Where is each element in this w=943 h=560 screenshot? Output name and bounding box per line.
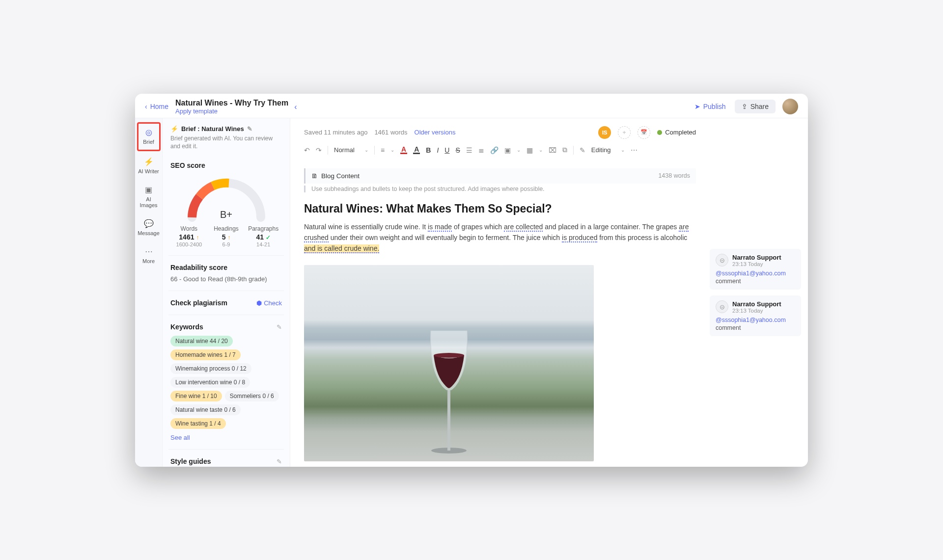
comment-author: Narrato Support [732, 300, 781, 308]
comment-time: 23:13 Today [732, 261, 781, 267]
keyword-chip[interactable]: Fine wine 1 / 10 [170, 391, 222, 401]
keyword-chip[interactable]: Natural wine taste 0 / 6 [170, 404, 241, 415]
share-button[interactable]: ⇪ Share [735, 100, 776, 113]
edit-styleguides-icon[interactable]: ✎ [277, 458, 282, 465]
chat-icon: 💬 [137, 219, 161, 228]
align-button[interactable]: ≡ [381, 146, 385, 154]
topbar: ‹ Home Natural Wines - Why Try Them Appl… [135, 94, 808, 118]
wine-glass-icon [422, 327, 476, 454]
seo-stats: Words 1461 ↑ 1600-2400 Headings 5 ↑ 6-9 … [170, 225, 282, 247]
bolt-icon: ⚡ [137, 157, 161, 166]
check-icon: ✓ [266, 234, 271, 241]
italic-button[interactable]: I [437, 146, 439, 154]
rail-more-label: More [142, 258, 155, 264]
rail-ai-writer[interactable]: ⚡ AI Writer [137, 153, 161, 179]
image-icon: ▣ [137, 185, 161, 194]
stat-words: Words 1461 ↑ 1600-2400 [170, 225, 208, 247]
keyword-chip[interactable]: Homemade wines 1 / 7 [170, 349, 241, 360]
send-icon: ➤ [694, 103, 700, 110]
content-block-title: Blog Content [321, 172, 360, 180]
add-assignee-button[interactable]: + [618, 126, 631, 139]
stat-headings: Headings 5 ↑ 6-9 [208, 225, 245, 247]
mode-select[interactable]: Editing⌄ [591, 146, 625, 154]
highlight-button[interactable]: A [413, 146, 420, 154]
due-date-button[interactable]: 📅 [638, 126, 650, 139]
chevron-down-icon: ⌄ [390, 147, 394, 153]
styleguides-title: Style guides [170, 457, 211, 465]
image-button[interactable]: ▣ [504, 146, 511, 154]
doc-title: Natural Wines - Why Try Them [175, 99, 288, 107]
keyword-chip[interactable]: Winemaking process 0 / 12 [170, 363, 251, 374]
left-rail: ◎ Brief ⚡ AI Writer ▣ AI Images 💬 Messag… [135, 118, 163, 467]
readability-value: 66 - Good to Read (8th-9th grade) [170, 275, 282, 283]
number-list-button[interactable]: ≣ [478, 146, 484, 154]
shield-icon: ⬢ [256, 299, 262, 307]
brief-title: Brief : Natural Wines [181, 125, 244, 133]
user-avatar[interactable] [782, 99, 798, 114]
svg-point-2 [434, 353, 464, 358]
edit-keywords-icon[interactable]: ✎ [277, 323, 282, 331]
article-title[interactable]: Natural Wines: What Makes Them So Specia… [304, 202, 696, 215]
keyword-chip[interactable]: Wine tasting 1 / 4 [170, 418, 226, 429]
apply-template-link[interactable]: Apply template [175, 107, 288, 115]
plagiarism-title: Check plagiarism [170, 299, 227, 307]
seo-gauge: B+ [182, 173, 271, 222]
rail-brief[interactable]: ◎ Brief [137, 122, 161, 151]
rail-ai-writer-label: AI Writer [138, 168, 159, 174]
undo-button[interactable]: ↶ [304, 146, 310, 154]
code-button[interactable]: ⧉ [562, 146, 567, 154]
publish-button[interactable]: ➤ Publish [694, 103, 726, 110]
brief-head: ⚡ Brief : Natural Wines ✎ [170, 125, 282, 133]
check-plagiarism-button[interactable]: ⬢ Check [256, 299, 282, 307]
comment-body: comment [716, 324, 795, 331]
edit-brief-icon[interactable]: ✎ [247, 125, 252, 133]
keywords-title: Keywords [170, 323, 203, 331]
clear-format-button[interactable]: ⌧ [549, 146, 556, 154]
content-area[interactable]: 🗎 Blog Content 1438 words Use subheading… [304, 168, 696, 461]
keyword-chip[interactable]: Sommeliers 0 / 6 [225, 391, 279, 401]
block-word-count: 1438 words [658, 172, 690, 179]
article-image[interactable] [304, 265, 594, 461]
comment-time: 23:13 Today [732, 308, 781, 314]
assignee-badge[interactable]: IS [598, 126, 611, 139]
brief-sidebar: ⚡ Brief : Natural Wines ✎ Brief generate… [163, 118, 290, 467]
rail-message[interactable]: 💬 Message [137, 215, 161, 241]
rail-brief-label: Brief [143, 139, 154, 145]
status-pill[interactable]: Completed [657, 129, 696, 136]
brief-subtitle: Brief generated with AI. You can review … [170, 134, 282, 151]
rail-message-label: Message [138, 230, 160, 236]
table-button[interactable]: ▦ [527, 146, 533, 154]
paragraph-style-select[interactable]: Normal⌄ [334, 146, 368, 154]
bold-button[interactable]: B [426, 146, 431, 154]
more-toolbar-button[interactable]: ⋯ [631, 146, 638, 154]
strike-button[interactable]: S [455, 146, 460, 154]
keyword-chip[interactable]: Low intervention wine 0 / 8 [170, 377, 250, 388]
home-link[interactable]: ‹ Home [145, 103, 168, 110]
rail-ai-images[interactable]: ▣ AI Images [137, 181, 161, 213]
text-color-button[interactable]: A [400, 146, 407, 154]
redo-button[interactable]: ↷ [316, 146, 322, 154]
comment-card[interactable]: ⊝Narrato Support23:13 Today@sssophia1@ya… [710, 295, 801, 336]
word-count: 1461 words [374, 129, 407, 136]
article-paragraph[interactable]: Natural wine is essentially crude wine. … [304, 221, 696, 254]
comment-card[interactable]: ⊝Narrato Support23:13 Today@sssophia1@ya… [710, 249, 801, 290]
saved-status: Saved 11 minutes ago [304, 129, 367, 136]
keyword-chip[interactable]: Natural wine 44 / 20 [170, 336, 233, 347]
content-block-header: 🗎 Blog Content 1438 words [304, 168, 696, 184]
bolt-icon: ⚡ [170, 125, 178, 133]
editor-meta: Saved 11 minutes ago 1461 words Older ve… [304, 126, 696, 139]
underline-button[interactable]: U [444, 146, 449, 154]
bullet-list-button[interactable]: ☰ [466, 146, 472, 154]
home-label: Home [150, 103, 168, 110]
svg-rect-1 [447, 391, 450, 451]
readability-title: Readability score [170, 264, 282, 271]
document-icon: 🗎 [311, 172, 318, 180]
rail-more[interactable]: ⋯ More [137, 243, 161, 269]
comment-mention: @sssophia1@yahoo.com [716, 270, 795, 277]
link-button[interactable]: 🔗 [490, 146, 499, 154]
editor-toolbar: ↶ ↷ Normal⌄ ≡ ⌄ A A B I U S ☰ ≣ 🔗 ▣ [304, 146, 696, 160]
older-versions-link[interactable]: Older versions [415, 129, 456, 136]
see-all-link[interactable]: See all [170, 434, 190, 441]
share-label: Share [750, 103, 769, 110]
editor-column: Saved 11 minutes ago 1461 words Older ve… [290, 118, 710, 467]
